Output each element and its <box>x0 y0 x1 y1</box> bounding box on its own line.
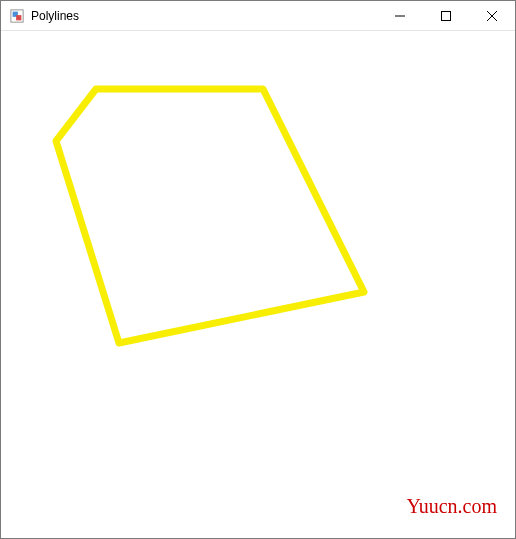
window-title: Polylines <box>31 9 377 23</box>
window-controls <box>377 1 515 30</box>
svg-rect-4 <box>442 11 451 20</box>
watermark-text: Yuucn.com <box>406 495 497 518</box>
maximize-button[interactable] <box>423 1 469 30</box>
svg-rect-2 <box>16 15 21 20</box>
minimize-icon <box>395 11 405 21</box>
polyline-shape <box>56 89 364 343</box>
maximize-icon <box>441 11 451 21</box>
close-icon <box>487 11 497 21</box>
minimize-button[interactable] <box>377 1 423 30</box>
polyline-canvas <box>1 31 515 538</box>
app-icon <box>9 8 25 24</box>
client-area: Yuucn.com <box>1 31 515 538</box>
window-titlebar: Polylines <box>1 1 515 31</box>
close-button[interactable] <box>469 1 515 30</box>
